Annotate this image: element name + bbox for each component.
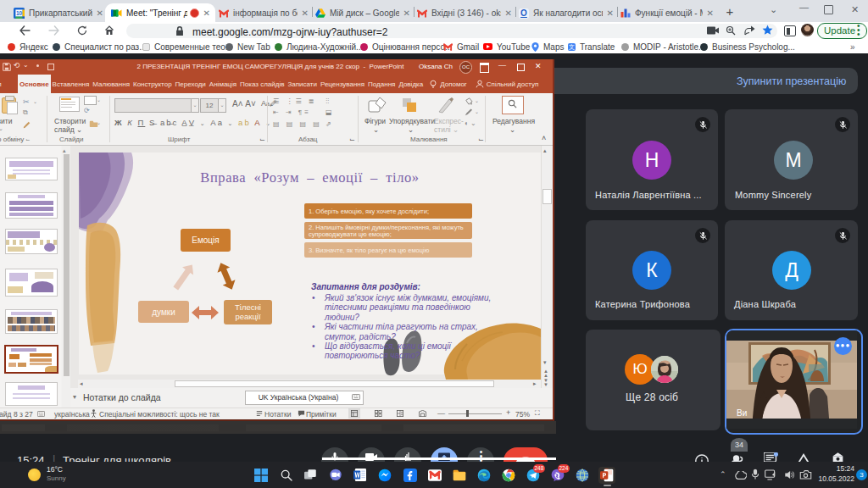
- svg-text:10: 10: [16, 10, 23, 16]
